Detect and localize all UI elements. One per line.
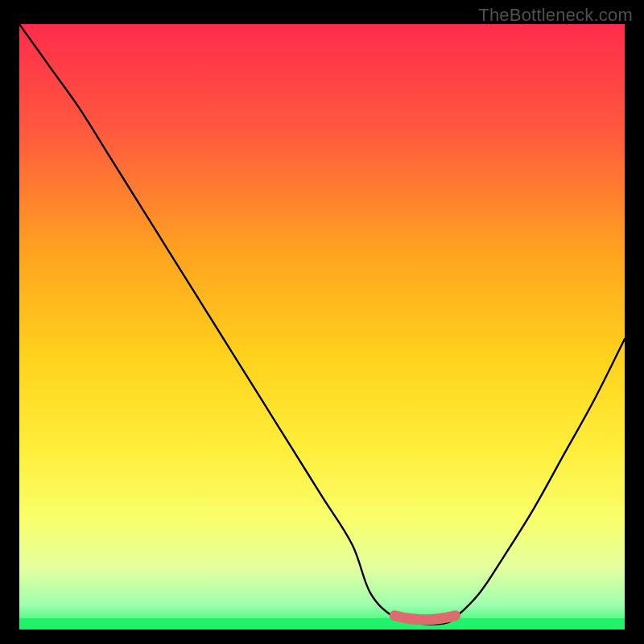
bottleneck-curve <box>19 24 625 624</box>
figure-root: TheBottleneck.com <box>0 0 644 644</box>
plot-area <box>19 24 625 630</box>
minimum-highlight <box>394 616 455 620</box>
watermark-text: TheBottleneck.com <box>478 5 633 26</box>
curve-overlay <box>19 24 625 630</box>
